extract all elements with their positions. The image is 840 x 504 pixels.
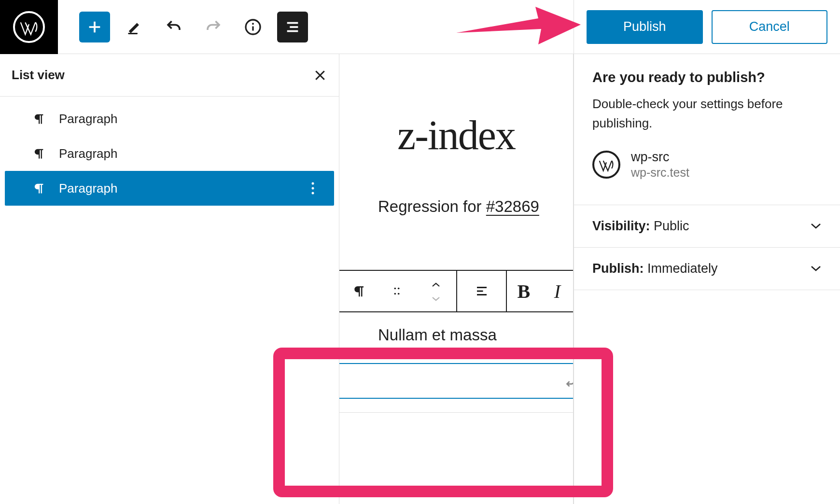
- redo-button[interactable]: [198, 12, 229, 42]
- url-input[interactable]: [339, 374, 563, 389]
- svg-point-3: [312, 182, 314, 185]
- add-block-button[interactable]: [79, 12, 110, 42]
- list-view-body: Paragraph Paragraph Paragraph: [0, 97, 339, 206]
- paragraph-icon: [32, 112, 45, 126]
- paragraph-block-2[interactable]: Nullam et massa: [378, 322, 563, 347]
- paragraph-block-1[interactable]: Regression for #32869: [339, 179, 573, 220]
- svg-point-8: [394, 293, 396, 295]
- list-item-label: Paragraph: [59, 181, 302, 196]
- visibility-value: Public: [654, 219, 689, 233]
- block-toolbar: B I: [339, 270, 574, 312]
- visibility-label: Visibility:: [592, 219, 650, 233]
- drag-handle-button[interactable]: [378, 271, 416, 311]
- ready-desc: Double-check your settings before publis…: [592, 94, 822, 133]
- svg-point-4: [312, 187, 314, 190]
- site-text: wp-src wp-src.test: [631, 150, 689, 180]
- italic-button[interactable]: I: [541, 271, 574, 311]
- move-down-button[interactable]: [432, 293, 440, 304]
- list-item-paragraph-1[interactable]: Paragraph: [0, 101, 339, 136]
- list-view-panel: List view Paragraph Paragraph Paragraph: [0, 54, 339, 206]
- list-item-label: Paragraph: [59, 146, 339, 161]
- close-list-view-button[interactable]: [313, 68, 327, 83]
- post-title[interactable]: z-index: [339, 54, 573, 179]
- bold-glyph: B: [518, 280, 531, 303]
- paragraph-text: Regression for: [378, 197, 486, 215]
- list-item-label: Paragraph: [59, 112, 339, 126]
- paragraph-icon: [32, 182, 45, 195]
- list-item-paragraph-2[interactable]: Paragraph: [0, 136, 339, 171]
- align-button[interactable]: [457, 271, 507, 311]
- list-view-button[interactable]: [277, 12, 308, 42]
- site-row: wp-src wp-src.test: [592, 148, 822, 192]
- details-button[interactable]: [238, 12, 268, 42]
- move-up-button[interactable]: [432, 279, 440, 290]
- svg-point-7: [398, 288, 400, 290]
- italic-glyph: I: [554, 280, 560, 303]
- editor-canvas[interactable]: z-index Regression for #32869: [339, 54, 574, 504]
- ready-block: Are you ready to publish? Double-check y…: [574, 54, 840, 205]
- list-item-options-button[interactable]: [302, 178, 323, 199]
- svg-point-9: [398, 293, 400, 295]
- site-logo-icon: [592, 151, 620, 179]
- publish-panel: Publish Cancel Are you ready to publish?…: [574, 0, 840, 504]
- block-type-button[interactable]: [339, 271, 378, 311]
- wordpress-logo-icon: [13, 11, 45, 43]
- svg-point-5: [312, 192, 314, 195]
- list-view-title: List view: [12, 68, 65, 83]
- ready-title: Are you ready to publish?: [592, 70, 822, 85]
- publish-button[interactable]: Publish: [587, 10, 703, 44]
- svg-point-2: [252, 23, 254, 25]
- submit-url-button[interactable]: [563, 374, 574, 388]
- move-handles: [416, 271, 457, 311]
- svg-point-6: [394, 288, 396, 290]
- publish-date-label: Publish:: [592, 261, 644, 276]
- publish-date-value: Immediately: [647, 261, 718, 276]
- paragraph-icon: [32, 147, 45, 160]
- tools-button[interactable]: [119, 12, 150, 42]
- publish-date-row[interactable]: Publish: Immediately: [574, 247, 840, 290]
- visibility-row[interactable]: Visibility: Public: [574, 205, 840, 247]
- publish-bar: Publish Cancel: [574, 0, 840, 54]
- chevron-down-icon: [810, 223, 822, 229]
- svg-rect-0: [128, 33, 138, 34]
- bold-button[interactable]: B: [507, 271, 540, 311]
- wordpress-logo[interactable]: [0, 0, 58, 54]
- link-popover: n new tab: [339, 353, 574, 459]
- issue-link[interactable]: #32869: [486, 197, 539, 215]
- cancel-button[interactable]: Cancel: [712, 10, 828, 44]
- chevron-down-icon: [810, 265, 822, 272]
- site-url: wp-src.test: [631, 166, 689, 180]
- site-name: wp-src: [631, 150, 689, 165]
- list-item-paragraph-3[interactable]: Paragraph: [5, 171, 334, 206]
- list-view-header: List view: [0, 54, 339, 97]
- url-input-row: [339, 363, 574, 399]
- undo-button[interactable]: [158, 12, 189, 42]
- open-new-tab-toggle[interactable]: n new tab: [339, 413, 574, 459]
